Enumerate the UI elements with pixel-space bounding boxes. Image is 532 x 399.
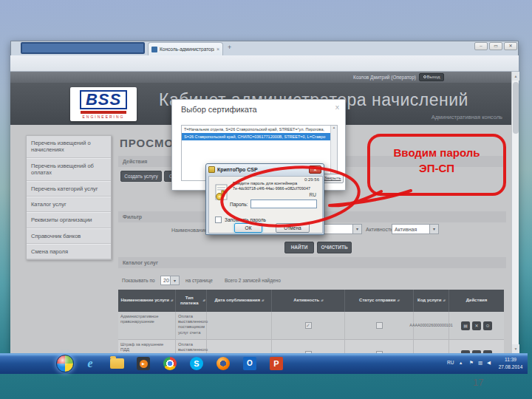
new-tab-button[interactable]: + <box>228 44 231 51</box>
bss-logo: BSS ENGINEERING <box>70 87 137 121</box>
taskbar-firefox-icon[interactable] <box>216 357 231 370</box>
cancel-button[interactable]: Отмена <box>276 223 310 233</box>
cell-service-name: Штраф за нарушение ПДД <box>118 340 176 353</box>
sidebar-menu: Перечень извещений о начислениях Перечен… <box>26 135 112 260</box>
logout-button[interactable]: Выход <box>419 73 444 81</box>
create-service-button[interactable]: Создать услугу <box>120 171 162 182</box>
tab-close-icon[interactable]: × <box>216 47 219 52</box>
key-icon <box>214 184 230 203</box>
volume-icon[interactable]: ◀ <box>487 360 491 366</box>
sidebar-item-payment-notices[interactable]: Перечень извещений об оплатах <box>27 158 111 181</box>
minimize-button[interactable]: – <box>474 42 488 50</box>
services-table: Наименование услуги▴▾ Тип платежа▴▾ Дата… <box>118 290 504 353</box>
password-input[interactable] <box>250 200 317 208</box>
bss-logo-bar <box>81 111 126 114</box>
cell-activity <box>272 340 345 353</box>
sidebar-item-change-password[interactable]: Смена пароля <box>27 244 111 259</box>
activity-checkbox[interactable]: ✓ <box>305 322 312 329</box>
cell-send-status <box>345 312 414 340</box>
taskbar-ie-icon[interactable]: e <box>83 357 98 370</box>
start-button[interactable] <box>56 355 74 372</box>
table-row: Штраф за нарушение ПДД Оплата выставленн… <box>118 340 504 353</box>
status-checkbox[interactable] <box>376 322 383 329</box>
page-scrollbar[interactable]: ▲ ▼ <box>511 72 519 353</box>
cell-actions: ▤ ✕ ⊙ <box>449 312 504 340</box>
hidden-icons-arrow-icon[interactable]: ▴ <box>460 360 462 366</box>
cryptopro-close-icon[interactable]: ✕ <box>309 166 321 174</box>
activity-dropdown[interactable]: Активная ▾ <box>392 224 439 234</box>
sidebar-item-org-details[interactable]: Реквизиты организации <box>27 212 111 228</box>
send-icon[interactable]: ⊙ <box>483 321 492 330</box>
browser-toolbar <box>10 55 519 72</box>
scroll-up-icon[interactable]: ▲ <box>331 126 337 129</box>
sidebar-item-service-catalog[interactable]: Каталог услуг <box>27 197 111 212</box>
ok-button[interactable]: ОК <box>234 223 262 233</box>
column-header-activity[interactable]: Активность▴▾ <box>272 290 345 312</box>
bss-logo-text: BSS <box>80 90 127 109</box>
countdown-timer: 0:29:56 <box>304 177 319 182</box>
cryptopro-app-icon <box>208 166 215 173</box>
sort-icon[interactable]: ▴▾ <box>171 299 173 302</box>
activity-label: Активность <box>366 227 393 232</box>
power-icon <box>423 75 426 78</box>
remember-password-checkbox[interactable] <box>215 216 222 223</box>
cell-send-status <box>345 340 414 353</box>
sort-icon[interactable]: ▴▾ <box>202 299 205 302</box>
scroll-up-icon[interactable]: ▲ <box>512 72 519 81</box>
edit-icon[interactable]: ▤ <box>461 321 470 330</box>
certificate-close-button[interactable]: Закрыть <box>321 174 344 183</box>
sidebar-item-service-categories[interactable]: Перечень категорий услуг <box>27 181 111 197</box>
sort-icon[interactable]: ▴▾ <box>262 299 264 302</box>
scroll-down-icon[interactable]: ▼ <box>512 344 519 353</box>
cell-activity: ✓ <box>272 312 345 340</box>
sort-icon[interactable]: ▴▾ <box>321 299 323 302</box>
bss-logo-subtext: ENGINEERING <box>82 115 124 119</box>
password-prompt-line1: Введите пароль для контейнера <box>233 181 297 185</box>
taskbar-chrome-icon[interactable] <box>163 357 177 370</box>
browser-tab[interactable]: Консоль-администратора × <box>148 42 223 55</box>
dropdown-arrow-icon[interactable]: ▾ <box>352 225 361 233</box>
column-header-date[interactable]: Дата опубликования▴▾ <box>207 290 272 312</box>
cryptopro-body: 0:29:56 Введите пароль для контейнера 7e… <box>208 176 323 233</box>
column-header-name[interactable]: Наименование услуги▴▾ <box>118 290 176 312</box>
tab-favicon-icon <box>151 47 157 52</box>
network-icon[interactable]: ▥ <box>478 360 482 366</box>
sort-icon[interactable]: ▴▾ <box>443 299 445 302</box>
list-scrollbar[interactable]: ▲ ▼ <box>330 126 337 180</box>
page-size-dropdown[interactable]: 20 ▾ <box>160 276 180 285</box>
dropdown-arrow-icon[interactable]: ▾ <box>429 225 438 233</box>
sort-icon[interactable]: ▴▾ <box>397 299 399 302</box>
sidebar-item-bank-directory[interactable]: Справочник банков <box>27 228 111 244</box>
window-controls: – ▭ ✕ <box>474 42 517 50</box>
certificate-item-selected[interactable]: S=26 Ставропольский край, СНИЛС=03617712… <box>182 133 337 140</box>
language-indicator[interactable]: RU <box>447 360 454 365</box>
certificate-item[interactable]: T=Начальник отдела, S=26 Ставропольский … <box>182 126 337 133</box>
certificate-dialog-title: Выбор сертификата <box>181 105 257 114</box>
column-header-send-status[interactable]: Статус отправки▴▾ <box>345 290 414 312</box>
certificate-dialog-close-icon[interactable]: X <box>335 104 339 111</box>
show-per-page-label: Показывать по <box>122 278 155 283</box>
taskbar-skype-icon[interactable]: S <box>189 357 204 370</box>
remember-password-label: Запомнить пароль <box>225 217 266 222</box>
taskbar-media-player-icon[interactable]: ▶ <box>136 357 151 370</box>
taskbar-clock[interactable]: 11:39 27.08.2014 <box>495 356 526 371</box>
delete-icon[interactable]: ✕ <box>472 321 481 330</box>
presentation-slide: Консоль-администратора × + – ▭ ✕ ЯНДЕКС … <box>0 0 532 399</box>
close-button[interactable]: ✕ <box>504 42 517 50</box>
tab-title: Консоль-администратора <box>160 47 214 52</box>
action-center-flag-icon[interactable]: ⚑ <box>469 360 474 366</box>
maximize-button[interactable]: ▭ <box>489 42 502 50</box>
taskbar-explorer-icon[interactable] <box>109 357 124 370</box>
sidebar-item-accrual-notices[interactable]: Перечень извещений о начислениях <box>27 136 111 158</box>
scrollbar-thumb[interactable] <box>513 82 519 134</box>
column-header-code[interactable]: Код услуги▴▾ <box>414 290 449 312</box>
clear-button[interactable]: ОЧИСТИТЬ <box>317 242 352 253</box>
taskbar-outlook-icon[interactable]: O <box>242 357 257 370</box>
cryptopro-titlebar[interactable]: КриптоПро CSP ✕ <box>206 164 324 175</box>
dropdown-arrow-icon[interactable]: ▾ <box>170 276 179 284</box>
column-header-type[interactable]: Тип платежа▴▾ <box>176 290 207 312</box>
user-name: Козлов Дмитрий (Оператор) <box>353 75 416 80</box>
taskbar-powerpoint-icon[interactable]: P <box>269 357 284 370</box>
find-button[interactable]: НАЙТИ <box>284 242 314 253</box>
cell-service-code: AAAA000026000000101 <box>414 312 449 340</box>
